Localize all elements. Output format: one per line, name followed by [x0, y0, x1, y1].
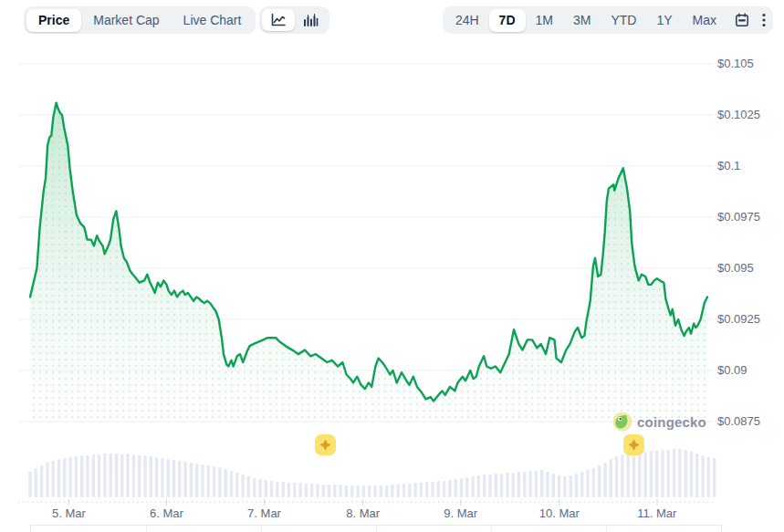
volume-bar: [115, 454, 118, 497]
volume-bar: [316, 484, 319, 497]
volume-bar: [678, 449, 681, 497]
volume-bar: [298, 483, 301, 497]
volume-bar: [328, 485, 330, 497]
volume-bar: [408, 484, 411, 497]
volume-bar: [356, 485, 359, 497]
volume-bar: [713, 458, 716, 497]
volume-bar: [143, 455, 146, 497]
range-brush[interactable]: [30, 525, 722, 532]
volume-bar: [540, 470, 543, 497]
brush-divider: [606, 526, 607, 532]
volume-bar: [80, 455, 83, 497]
volume-bar: [667, 450, 670, 497]
volume-bar: [707, 457, 710, 497]
volume-bar: [460, 478, 463, 497]
volume-bar: [322, 485, 325, 497]
volume-bar: [528, 471, 531, 497]
volume-bar: [420, 483, 423, 497]
volume-bar: [190, 463, 193, 497]
volume-bar: [98, 454, 100, 497]
volume-bar: [235, 473, 238, 497]
volume-bar: [68, 457, 71, 497]
x-axis-label: 10. Mar: [539, 506, 580, 520]
volume-bar: [397, 485, 400, 497]
volume-bar: [413, 483, 416, 497]
volume-bar: [126, 454, 129, 497]
volume-bar: [575, 474, 578, 497]
coingecko-watermark: coingecko: [612, 412, 706, 432]
volume-bar: [655, 451, 658, 497]
y-axis-label: $0.105: [717, 57, 754, 70]
volume-bar: [690, 452, 693, 497]
volume-bar: [391, 485, 393, 497]
volume-bar: [368, 485, 371, 497]
brush-divider: [146, 526, 147, 532]
y-axis-label: $0.0925: [717, 312, 760, 326]
volume-bar: [57, 459, 60, 497]
volume-bar: [373, 485, 376, 497]
volume-bar: [167, 459, 170, 497]
volume-bar: [431, 482, 434, 497]
volume-bar: [310, 484, 313, 497]
volume-bar: [293, 483, 296, 497]
y-axis-label: $0.095: [717, 261, 754, 275]
volume-bar: [75, 456, 78, 497]
volume-bar: [218, 467, 221, 497]
watermark-text: coingecko: [637, 414, 706, 430]
volume-bar: [650, 451, 653, 497]
volume-bar: [120, 454, 123, 497]
volume-bar: [161, 458, 163, 497]
y-axis-label: $0.09: [717, 363, 747, 377]
sparkle-star-icon: [627, 438, 641, 452]
volume-bar: [350, 485, 353, 497]
volume-bar: [28, 472, 31, 497]
price-area-dots: [30, 103, 707, 422]
volume-bar: [213, 466, 215, 497]
x-axis-label: 7. Mar: [247, 506, 281, 520]
y-axis-label: $0.0875: [717, 414, 760, 428]
volume-bar: [558, 475, 560, 497]
volume-bar: [132, 454, 135, 497]
volume-bar: [506, 473, 508, 497]
brush-divider: [376, 526, 377, 532]
volume-bar: [570, 475, 572, 497]
volume-bar: [270, 481, 273, 497]
volume-bar: [701, 455, 704, 497]
volume-bar: [86, 455, 89, 497]
volume-bar: [345, 485, 348, 497]
volume-bar: [178, 461, 181, 497]
volume-bar: [362, 485, 365, 497]
y-axis-label: $0.1: [717, 159, 740, 172]
volume-bar: [695, 454, 698, 497]
volume-bar: [471, 476, 474, 497]
volume-bar: [46, 463, 48, 497]
volume-bar: [517, 472, 520, 497]
volume-bar: [340, 485, 342, 497]
x-axis-label: 8. Mar: [346, 506, 380, 520]
x-axis-label: 6. Mar: [150, 506, 183, 520]
sparkle-badge[interactable]: [623, 434, 644, 455]
volume-bar: [603, 463, 606, 497]
volume-bar: [500, 474, 503, 497]
volume-bar: [592, 468, 595, 497]
volume-bar: [40, 465, 43, 497]
volume-bar: [253, 478, 256, 497]
volume-bar: [477, 475, 480, 497]
volume-bar: [483, 475, 486, 497]
volume-bar: [282, 482, 285, 497]
volume-bar: [563, 476, 566, 497]
volume-bar: [598, 465, 601, 497]
volume-bar: [241, 475, 244, 497]
volume-bar: [632, 453, 635, 497]
sparkle-badge[interactable]: [315, 434, 336, 455]
volume-bar: [437, 481, 440, 497]
volume-bar: [673, 449, 675, 497]
volume-bar: [172, 460, 175, 497]
coingecko-logo-icon: [612, 412, 632, 432]
price-chart-svg[interactable]: [0, 0, 784, 532]
volume-bar: [546, 472, 549, 497]
volume-bar: [523, 472, 526, 497]
volume-bar: [63, 458, 66, 497]
volume-bar: [455, 479, 457, 497]
volume-bar: [586, 470, 589, 497]
